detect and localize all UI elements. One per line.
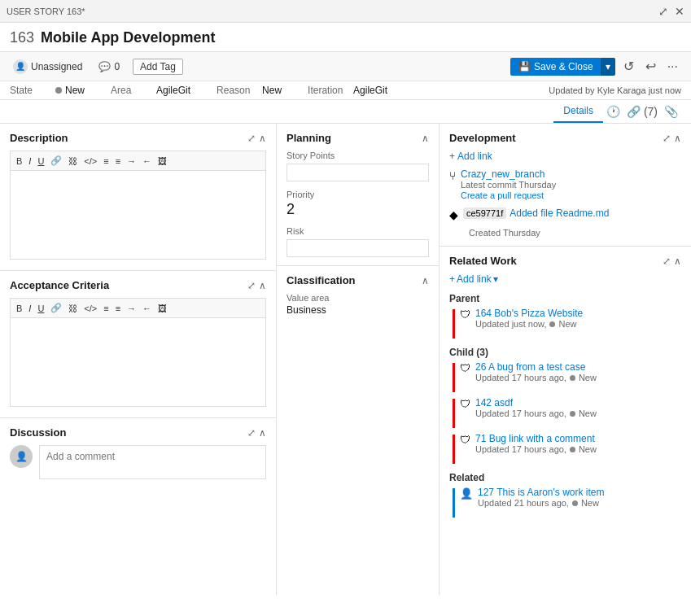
child-wi-icon-2: 🛡 bbox=[460, 398, 470, 410]
ac-code-button[interactable]: </> bbox=[81, 302, 99, 315]
right-panel: Development ⤢ ∧ + Add link ⑂ Crazy_new_b… bbox=[440, 124, 691, 595]
ac-collapse-button[interactable]: ∧ bbox=[259, 280, 266, 291]
more-button[interactable]: ··· bbox=[664, 58, 681, 76]
undo-button[interactable]: ↩ bbox=[642, 57, 659, 76]
development-title: Development bbox=[449, 132, 516, 144]
related-title-link[interactable]: 127 This is Aaron's work item bbox=[478, 487, 604, 498]
save-close-button[interactable]: 💾 Save & Close bbox=[510, 58, 601, 76]
classification-section: Classification ∧ Value area Business bbox=[277, 266, 439, 324]
unlink-button[interactable]: ⛓ bbox=[66, 155, 80, 168]
assigned-button[interactable]: 👤 Unassigned bbox=[10, 58, 85, 76]
comment-button[interactable]: 💬 0 bbox=[95, 59, 123, 74]
main-content: Description ⤢ ∧ B I U 🔗 ⛓ </> ≡ ≡ → ← 🖼 bbox=[0, 124, 691, 595]
priority-value: 2 bbox=[286, 201, 429, 218]
ac-bold-button[interactable]: B bbox=[14, 302, 24, 315]
tabs-bar: Details 🕐 🔗 (7) 📎 bbox=[0, 100, 691, 124]
planning-header: Planning ∧ bbox=[286, 132, 429, 144]
comment-count: 0 bbox=[114, 61, 120, 72]
dev-add-link-button[interactable]: + Add link bbox=[449, 151, 492, 162]
description-expand-button[interactable]: ⤢ bbox=[247, 133, 256, 144]
save-close-group: 💾 Save & Close ▾ bbox=[510, 58, 615, 76]
related-status: New bbox=[581, 498, 599, 508]
ac-expand-button[interactable]: ⤢ bbox=[247, 280, 256, 291]
code-button[interactable]: </> bbox=[81, 155, 99, 168]
pull-request-link[interactable]: Create a pull request bbox=[461, 190, 544, 200]
child-status-2: New bbox=[579, 408, 597, 418]
description-editor[interactable] bbox=[10, 170, 266, 260]
related-add-link-button[interactable]: + Add link ▾ bbox=[449, 273, 498, 285]
child-title-link-1[interactable]: 26 A bug from a test case bbox=[475, 361, 585, 373]
outdent-button[interactable]: ← bbox=[140, 155, 154, 168]
tab-links-button[interactable]: 🔗 (7) bbox=[623, 102, 661, 121]
related-controls: ⤢ ∧ bbox=[663, 256, 681, 267]
planning-section: Planning ∧ Story Points Priority 2 Risk bbox=[277, 124, 439, 266]
ac-outdent-button[interactable]: ← bbox=[140, 302, 154, 315]
tab-attachments-button[interactable]: 📎 bbox=[661, 102, 681, 121]
discussion-collapse-button[interactable]: ∧ bbox=[259, 427, 266, 439]
expand-icon[interactable]: ⤢ bbox=[658, 5, 668, 18]
child-updated-2: Updated 17 hours ago, bbox=[475, 408, 566, 418]
refresh-button[interactable]: ↺ bbox=[620, 57, 637, 76]
state-item: State New bbox=[10, 85, 85, 96]
related-collapse-button[interactable]: ∧ bbox=[674, 256, 681, 267]
related-expand-button[interactable]: ⤢ bbox=[663, 256, 671, 267]
comment-input[interactable] bbox=[39, 445, 266, 479]
ac-underline-button[interactable]: U bbox=[35, 302, 46, 315]
close-icon[interactable]: ✕ bbox=[675, 5, 684, 18]
underline-button[interactable]: U bbox=[35, 155, 46, 168]
child-meta-2: Updated 17 hours ago, New bbox=[475, 408, 597, 418]
planning-title: Planning bbox=[286, 132, 331, 144]
dev-collapse-button[interactable]: ∧ bbox=[674, 133, 681, 144]
state-label: State bbox=[10, 85, 50, 96]
link-button[interactable]: 🔗 bbox=[48, 154, 64, 168]
child-meta-3: Updated 17 hours ago, New bbox=[475, 444, 597, 454]
branch-link[interactable]: Crazy_new_branch bbox=[461, 168, 544, 180]
tab-history-button[interactable]: 🕐 bbox=[603, 102, 623, 121]
parent-status: New bbox=[558, 319, 576, 329]
iteration-item: Iteration AgileGit bbox=[308, 85, 387, 96]
add-tag-button[interactable]: Add Tag bbox=[133, 59, 183, 75]
ac-ul-button[interactable]: ≡ bbox=[113, 302, 123, 315]
indent-button[interactable]: → bbox=[125, 155, 138, 168]
child-updated-3: Updated 17 hours ago, bbox=[475, 444, 566, 454]
tab-details[interactable]: Details bbox=[553, 100, 603, 123]
risk-input[interactable] bbox=[286, 239, 429, 257]
related-work-title: Related Work bbox=[449, 255, 517, 267]
acceptance-criteria-editor[interactable] bbox=[10, 317, 266, 407]
ac-link-button[interactable]: 🔗 bbox=[48, 301, 64, 315]
description-collapse-button[interactable]: ∧ bbox=[259, 133, 266, 144]
ac-image-button[interactable]: 🖼 bbox=[155, 302, 169, 315]
planning-collapse-button[interactable]: ∧ bbox=[422, 133, 429, 144]
parent-title-link[interactable]: 164 Bob's Pizza Website bbox=[475, 308, 583, 319]
save-close-dropdown[interactable]: ▾ bbox=[601, 58, 615, 76]
commit-content: ce59771f Added file Readme.md bbox=[463, 208, 609, 219]
related-add-link-chevron: ▾ bbox=[493, 273, 498, 285]
child-title-link-2[interactable]: 142 asdf bbox=[475, 397, 513, 408]
ac-indent-button[interactable]: → bbox=[125, 302, 138, 315]
discussion-expand-button[interactable]: ⤢ bbox=[247, 427, 256, 439]
dev-add-link-icon: + bbox=[449, 151, 455, 162]
child-title-link-3[interactable]: 71 Bug link with a comment bbox=[475, 433, 595, 444]
parent-content: 164 Bob's Pizza Website Updated just now… bbox=[475, 308, 583, 329]
ac-unlink-button[interactable]: ⛓ bbox=[66, 302, 80, 315]
story-points-input[interactable] bbox=[286, 164, 429, 181]
commit-id: ce59771f bbox=[463, 208, 506, 219]
reason-label: Reason bbox=[216, 85, 257, 96]
image-button[interactable]: 🖼 bbox=[155, 155, 169, 168]
related-content: 127 This is Aaron's work item Updated 21… bbox=[478, 487, 604, 508]
area-item: Area AgileGit bbox=[111, 85, 190, 96]
italic-button[interactable]: I bbox=[26, 155, 33, 168]
story-number: 163 bbox=[10, 29, 34, 46]
ac-ol-button[interactable]: ≡ bbox=[101, 302, 111, 315]
ac-italic-button[interactable]: I bbox=[26, 302, 33, 315]
dev-expand-button[interactable]: ⤢ bbox=[663, 133, 671, 144]
bold-button[interactable]: B bbox=[14, 155, 24, 168]
classification-collapse-button[interactable]: ∧ bbox=[422, 275, 429, 286]
ul-button[interactable]: ≡ bbox=[113, 155, 123, 168]
priority-group: Priority 2 bbox=[286, 190, 429, 218]
ol-button[interactable]: ≡ bbox=[101, 155, 111, 168]
story-points-label: Story Points bbox=[286, 151, 429, 160]
commit-message[interactable]: Added file Readme.md bbox=[510, 208, 609, 219]
assigned-label: Unassigned bbox=[31, 61, 82, 72]
description-header: Description ⤢ ∧ bbox=[10, 132, 266, 144]
